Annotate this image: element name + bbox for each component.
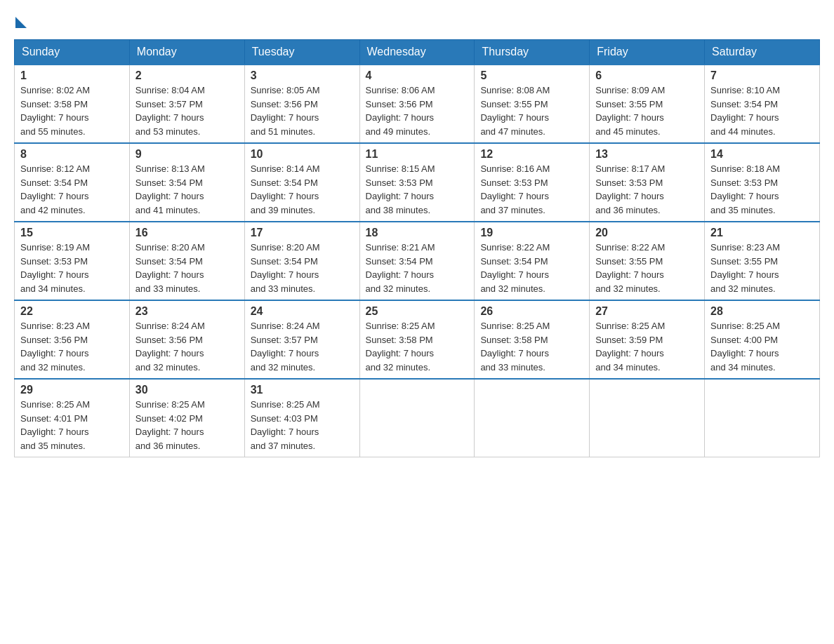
weekday-header: Tuesday xyxy=(244,40,359,65)
calendar-week-row: 8 Sunrise: 8:12 AMSunset: 3:54 PMDayligh… xyxy=(15,143,820,222)
calendar-cell: 31 Sunrise: 8:25 AMSunset: 4:03 PMDaylig… xyxy=(244,379,359,457)
calendar-cell: 16 Sunrise: 8:20 AMSunset: 3:54 PMDaylig… xyxy=(129,222,244,300)
calendar-cell: 29 Sunrise: 8:25 AMSunset: 4:01 PMDaylig… xyxy=(15,379,130,457)
day-number: 11 xyxy=(366,148,469,161)
day-info: Sunrise: 8:25 AMSunset: 4:03 PMDaylight:… xyxy=(251,399,320,451)
day-number: 3 xyxy=(251,69,354,82)
day-info: Sunrise: 8:22 AMSunset: 3:54 PMDaylight:… xyxy=(480,242,550,294)
calendar-cell: 4 Sunrise: 8:06 AMSunset: 3:56 PMDayligh… xyxy=(359,65,475,143)
calendar-cell: 26 Sunrise: 8:25 AMSunset: 3:58 PMDaylig… xyxy=(475,300,590,379)
day-number: 6 xyxy=(595,69,699,82)
day-info: Sunrise: 8:14 AMSunset: 3:54 PMDaylight:… xyxy=(251,163,320,215)
calendar-cell: 21 Sunrise: 8:23 AMSunset: 3:55 PMDaylig… xyxy=(705,222,820,300)
calendar-cell: 8 Sunrise: 8:12 AMSunset: 3:54 PMDayligh… xyxy=(15,143,130,222)
day-number: 30 xyxy=(135,384,239,396)
day-info: Sunrise: 8:13 AMSunset: 3:54 PMDaylight:… xyxy=(135,163,205,215)
day-number: 5 xyxy=(480,69,583,82)
calendar-week-row: 15 Sunrise: 8:19 AMSunset: 3:53 PMDaylig… xyxy=(15,222,820,300)
day-info: Sunrise: 8:21 AMSunset: 3:54 PMDaylight:… xyxy=(366,242,435,294)
day-info: Sunrise: 8:10 AMSunset: 3:54 PMDaylight:… xyxy=(710,85,780,137)
day-number: 31 xyxy=(251,384,354,396)
calendar-cell: 28 Sunrise: 8:25 AMSunset: 4:00 PMDaylig… xyxy=(705,300,820,379)
day-number: 25 xyxy=(366,305,469,318)
day-number: 21 xyxy=(710,227,814,239)
day-info: Sunrise: 8:25 AMSunset: 4:02 PMDaylight:… xyxy=(135,399,205,451)
day-number: 7 xyxy=(710,69,814,82)
day-info: Sunrise: 8:25 AMSunset: 3:58 PMDaylight:… xyxy=(366,321,435,373)
page-header xyxy=(14,14,820,28)
calendar-cell: 10 Sunrise: 8:14 AMSunset: 3:54 PMDaylig… xyxy=(244,143,359,222)
calendar-cell: 30 Sunrise: 8:25 AMSunset: 4:02 PMDaylig… xyxy=(129,379,244,457)
day-number: 24 xyxy=(251,305,354,318)
logo-text xyxy=(14,14,27,28)
calendar-cell: 25 Sunrise: 8:25 AMSunset: 3:58 PMDaylig… xyxy=(359,300,475,379)
calendar-table: SundayMondayTuesdayWednesdayThursdayFrid… xyxy=(14,39,820,457)
day-info: Sunrise: 8:25 AMSunset: 3:58 PMDaylight:… xyxy=(480,321,550,373)
day-number: 1 xyxy=(20,69,124,82)
header-row: SundayMondayTuesdayWednesdayThursdayFrid… xyxy=(15,40,820,65)
calendar-cell xyxy=(590,379,705,457)
day-number: 9 xyxy=(135,148,239,161)
day-number: 8 xyxy=(20,148,124,161)
day-info: Sunrise: 8:08 AMSunset: 3:55 PMDaylight:… xyxy=(480,85,550,137)
day-number: 23 xyxy=(135,305,239,318)
day-info: Sunrise: 8:06 AMSunset: 3:56 PMDaylight:… xyxy=(366,85,435,137)
calendar-cell: 6 Sunrise: 8:09 AMSunset: 3:55 PMDayligh… xyxy=(590,65,705,143)
day-number: 15 xyxy=(20,227,124,239)
day-number: 22 xyxy=(20,305,124,318)
day-info: Sunrise: 8:05 AMSunset: 3:56 PMDaylight:… xyxy=(251,85,320,137)
day-info: Sunrise: 8:24 AMSunset: 3:56 PMDaylight:… xyxy=(135,321,205,373)
day-number: 20 xyxy=(595,227,699,239)
day-number: 18 xyxy=(366,227,469,239)
calendar-cell: 22 Sunrise: 8:23 AMSunset: 3:56 PMDaylig… xyxy=(15,300,130,379)
day-number: 29 xyxy=(20,384,124,396)
day-number: 2 xyxy=(135,69,239,82)
calendar-cell: 15 Sunrise: 8:19 AMSunset: 3:53 PMDaylig… xyxy=(15,222,130,300)
calendar-cell: 19 Sunrise: 8:22 AMSunset: 3:54 PMDaylig… xyxy=(475,222,590,300)
day-info: Sunrise: 8:25 AMSunset: 3:59 PMDaylight:… xyxy=(595,321,665,373)
day-number: 27 xyxy=(595,305,699,318)
day-info: Sunrise: 8:09 AMSunset: 3:55 PMDaylight:… xyxy=(595,85,665,137)
day-number: 28 xyxy=(710,305,814,318)
logo xyxy=(14,14,27,28)
day-info: Sunrise: 8:16 AMSunset: 3:53 PMDaylight:… xyxy=(480,163,550,215)
calendar-cell xyxy=(475,379,590,457)
calendar-cell: 24 Sunrise: 8:24 AMSunset: 3:57 PMDaylig… xyxy=(244,300,359,379)
calendar-week-row: 22 Sunrise: 8:23 AMSunset: 3:56 PMDaylig… xyxy=(15,300,820,379)
weekday-header: Monday xyxy=(129,40,244,65)
calendar-cell xyxy=(705,379,820,457)
weekday-header: Sunday xyxy=(15,40,130,65)
day-info: Sunrise: 8:23 AMSunset: 3:55 PMDaylight:… xyxy=(710,242,780,294)
day-info: Sunrise: 8:18 AMSunset: 3:53 PMDaylight:… xyxy=(710,163,780,215)
day-info: Sunrise: 8:22 AMSunset: 3:55 PMDaylight:… xyxy=(595,242,665,294)
day-info: Sunrise: 8:23 AMSunset: 3:56 PMDaylight:… xyxy=(20,321,90,373)
calendar-cell: 12 Sunrise: 8:16 AMSunset: 3:53 PMDaylig… xyxy=(475,143,590,222)
day-info: Sunrise: 8:02 AMSunset: 3:58 PMDaylight:… xyxy=(20,85,90,137)
calendar-cell: 14 Sunrise: 8:18 AMSunset: 3:53 PMDaylig… xyxy=(705,143,820,222)
calendar-week-row: 1 Sunrise: 8:02 AMSunset: 3:58 PMDayligh… xyxy=(15,65,820,143)
day-number: 13 xyxy=(595,148,699,161)
calendar-cell: 9 Sunrise: 8:13 AMSunset: 3:54 PMDayligh… xyxy=(129,143,244,222)
calendar-cell: 18 Sunrise: 8:21 AMSunset: 3:54 PMDaylig… xyxy=(359,222,475,300)
calendar-cell: 23 Sunrise: 8:24 AMSunset: 3:56 PMDaylig… xyxy=(129,300,244,379)
weekday-header: Thursday xyxy=(475,40,590,65)
day-info: Sunrise: 8:25 AMSunset: 4:00 PMDaylight:… xyxy=(710,321,780,373)
calendar-week-row: 29 Sunrise: 8:25 AMSunset: 4:01 PMDaylig… xyxy=(15,379,820,457)
weekday-header: Friday xyxy=(590,40,705,65)
day-number: 26 xyxy=(480,305,583,318)
day-number: 16 xyxy=(135,227,239,239)
day-info: Sunrise: 8:20 AMSunset: 3:54 PMDaylight:… xyxy=(251,242,320,294)
day-info: Sunrise: 8:17 AMSunset: 3:53 PMDaylight:… xyxy=(595,163,665,215)
calendar-cell: 17 Sunrise: 8:20 AMSunset: 3:54 PMDaylig… xyxy=(244,222,359,300)
day-info: Sunrise: 8:04 AMSunset: 3:57 PMDaylight:… xyxy=(135,85,205,137)
day-info: Sunrise: 8:19 AMSunset: 3:53 PMDaylight:… xyxy=(20,242,90,294)
calendar-cell xyxy=(359,379,475,457)
calendar-cell: 5 Sunrise: 8:08 AMSunset: 3:55 PMDayligh… xyxy=(475,65,590,143)
logo-arrow-icon xyxy=(15,17,27,28)
day-info: Sunrise: 8:20 AMSunset: 3:54 PMDaylight:… xyxy=(135,242,205,294)
calendar-cell: 3 Sunrise: 8:05 AMSunset: 3:56 PMDayligh… xyxy=(244,65,359,143)
weekday-header: Saturday xyxy=(705,40,820,65)
calendar-cell: 13 Sunrise: 8:17 AMSunset: 3:53 PMDaylig… xyxy=(590,143,705,222)
day-info: Sunrise: 8:15 AMSunset: 3:53 PMDaylight:… xyxy=(366,163,435,215)
calendar-cell: 27 Sunrise: 8:25 AMSunset: 3:59 PMDaylig… xyxy=(590,300,705,379)
